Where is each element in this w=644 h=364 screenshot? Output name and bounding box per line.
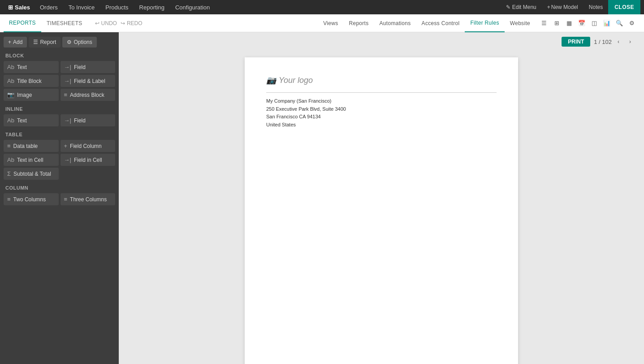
block-text[interactable]: Ab Text — [4, 61, 59, 73]
block-address[interactable]: ≡ Address Block — [61, 89, 116, 101]
redo-icon: ↪ — [121, 20, 125, 26]
column-grid: ≡ Two Columns ≡ Three Columns — [4, 193, 115, 205]
redo-button[interactable]: ↪ REDO — [121, 20, 143, 26]
inline-field[interactable]: →| Field — [61, 114, 116, 126]
doc-divider — [266, 92, 497, 93]
title-block-icon: Ab — [7, 78, 14, 84]
data-table-icon: ≡ — [7, 143, 11, 149]
tab-filter-rules[interactable]: Filter Rules — [465, 14, 504, 32]
inline-section-label: Inline — [5, 106, 113, 112]
edit-icon: ✎ — [506, 4, 510, 10]
block-grid: Ab Text →| Field Ab Title Block →| Field… — [4, 61, 115, 101]
top-nav: ⊞ Sales Orders To Invoice Products Repor… — [0, 0, 644, 14]
print-bar: PRINT 1 / 102 ‹ › — [562, 37, 635, 47]
content-area: PRINT 1 / 102 ‹ › 📷 Your logo My Company… — [119, 32, 644, 364]
undo-icon: ↩ — [95, 20, 99, 26]
address-block-icon: ≡ — [64, 91, 68, 98]
page-nav: 1 / 102 ‹ › — [594, 37, 635, 47]
add-icon: + — [8, 39, 11, 45]
doc-header: 📷 Your logo — [266, 75, 497, 85]
address-line2: San Francisco CA 94134 — [266, 113, 497, 121]
options-button[interactable]: ⚙ Options — [62, 37, 96, 48]
two-columns-icon: ≡ — [7, 196, 11, 203]
block-field[interactable]: →| Field — [61, 61, 116, 73]
country: United States — [266, 121, 497, 129]
main-layout: + Add ☰ Report ⚙ Options Block Ab Text →… — [0, 32, 644, 364]
app-logo[interactable]: ⊞ Sales — [4, 4, 35, 11]
grid-icon: ⊞ — [8, 4, 13, 11]
kanban-view-icon[interactable]: ⊞ — [551, 17, 562, 29]
inline-text[interactable]: Ab Text — [4, 114, 59, 126]
print-button[interactable]: PRINT — [562, 37, 590, 47]
sub-tabs: REPORTS TIMESHEETS ↩ UNDO ↪ REDO — [4, 14, 318, 32]
column-two[interactable]: ≡ Two Columns — [4, 193, 59, 205]
report-button[interactable]: ☰ Report — [29, 37, 61, 48]
address-line1: 250 Executive Park Blvd, Suite 3400 — [266, 105, 497, 113]
second-bar: REPORTS TIMESHEETS ↩ UNDO ↪ REDO Views R… — [0, 14, 644, 32]
undo-button[interactable]: ↩ UNDO — [95, 20, 117, 26]
table-field-column[interactable]: + Field Column — [61, 140, 116, 152]
list-view-icon[interactable]: ☰ — [538, 17, 550, 29]
pivot-view-icon[interactable]: ◫ — [588, 17, 600, 29]
table-field-in-cell[interactable]: →| Field in Cell — [61, 154, 116, 166]
next-page-button[interactable]: › — [625, 37, 635, 47]
view-icons: ☰ ⊞ ▦ 📅 ◫ 📊 🔍 ⚙ — [536, 17, 640, 29]
field-in-cell-icon: →| — [64, 156, 71, 163]
tab-views[interactable]: Views — [318, 14, 343, 32]
table-subtotal-grid: Σ Subtotal & Total — [4, 168, 115, 180]
block-title-block[interactable]: Ab Title Block — [4, 75, 59, 87]
table-text-in-cell[interactable]: Ab Text in Cell — [4, 154, 59, 166]
text-block-icon: Ab — [7, 64, 14, 70]
tab-website[interactable]: Website — [505, 14, 536, 32]
field-label-icon: →| — [64, 78, 71, 84]
report-icon: ☰ — [33, 39, 38, 45]
sidebar-top-buttons: + Add ☰ Report ⚙ Options — [4, 37, 115, 48]
document-paper: 📷 Your logo My Company (San Francisco) 2… — [245, 57, 518, 364]
inline-grid: Ab Text →| Field — [4, 114, 115, 126]
doc-address: My Company (San Francisco) 250 Executive… — [266, 97, 497, 129]
field-block-icon: →| — [64, 64, 71, 70]
column-section-label: Column — [5, 185, 113, 191]
tab-access-control[interactable]: Access Control — [416, 14, 465, 32]
tab-timesheets[interactable]: TIMESHEETS — [41, 14, 88, 32]
nav-edit-menu[interactable]: ✎ Edit Menu — [501, 0, 542, 14]
nav-orders[interactable]: Orders — [35, 0, 63, 14]
sidebar: + Add ☰ Report ⚙ Options Block Ab Text →… — [0, 32, 119, 364]
three-columns-icon: ≡ — [64, 196, 68, 203]
inline-field-icon: →| — [64, 117, 71, 124]
text-in-cell-icon: Ab — [7, 156, 14, 163]
nav-reporting[interactable]: Reporting — [134, 0, 170, 14]
nav-products[interactable]: Products — [100, 0, 134, 14]
logo-placeholder: 📷 Your logo — [266, 75, 313, 85]
calendar-view-icon[interactable]: 📅 — [576, 17, 588, 29]
tab-automations[interactable]: Automations — [374, 14, 416, 32]
table-subtotal-total[interactable]: Σ Subtotal & Total — [4, 168, 59, 180]
tab-reports[interactable]: REPORTS — [4, 14, 41, 32]
nav-configuration[interactable]: Configuration — [170, 0, 215, 14]
block-field-label[interactable]: →| Field & Label — [61, 75, 116, 87]
prev-page-button[interactable]: ‹ — [614, 37, 623, 47]
form-view-icon[interactable]: ▦ — [563, 17, 575, 29]
block-section-label: Block — [5, 53, 113, 58]
add-button[interactable]: + Add — [4, 37, 27, 48]
nav-notes[interactable]: Notes — [583, 0, 608, 14]
graph-view-icon[interactable]: 📊 — [601, 17, 613, 29]
settings-icon[interactable]: ⚙ — [626, 17, 638, 29]
subtotal-icon: Σ — [7, 170, 11, 177]
nav-new-model[interactable]: + New Model — [542, 0, 583, 14]
inline-text-icon: Ab — [7, 117, 14, 124]
tab-reports-right[interactable]: Reports — [343, 14, 374, 32]
close-button[interactable]: CLOSE — [608, 0, 640, 14]
search-icon[interactable]: 🔍 — [614, 17, 625, 29]
table-grid: ≡ Data table + Field Column Ab Text in C… — [4, 140, 115, 166]
company-name: My Company (San Francisco) — [266, 97, 497, 105]
options-icon: ⚙ — [67, 39, 72, 45]
nav-to-invoice[interactable]: To Invoice — [63, 0, 100, 14]
table-data-table[interactable]: ≡ Data table — [4, 140, 59, 152]
column-three[interactable]: ≡ Three Columns — [61, 193, 116, 205]
table-section-label: Table — [5, 132, 113, 137]
page-info: 1 / 102 — [594, 39, 612, 45]
camera-icon: 📷 — [266, 75, 276, 85]
block-image[interactable]: 📷 Image — [4, 89, 59, 101]
logo-text: Your logo — [279, 76, 313, 85]
